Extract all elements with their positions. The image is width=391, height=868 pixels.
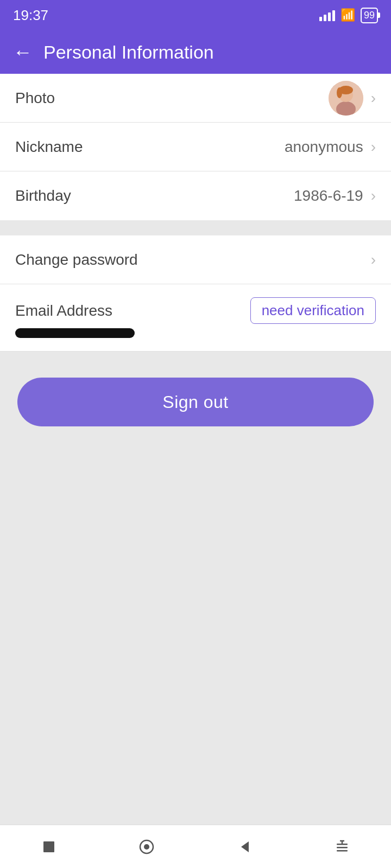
status-icons: 📶 99 <box>319 8 378 23</box>
svg-rect-5 <box>43 841 54 852</box>
change-password-row[interactable]: Change password › <box>0 235 391 284</box>
back-nav-button[interactable] <box>231 833 258 860</box>
change-password-chevron: › <box>371 251 376 269</box>
svg-rect-10 <box>337 847 348 848</box>
svg-marker-8 <box>241 841 249 852</box>
signout-container: Sign out <box>0 352 391 448</box>
avatar <box>329 81 363 116</box>
change-password-right: › <box>371 251 376 269</box>
profile-section: Photo › Nick <box>0 74 391 220</box>
nav-bar: ← Personal Information <box>0 30 391 74</box>
photo-row[interactable]: Photo › <box>0 74 391 123</box>
birthday-value: 1986-6-19 <box>294 187 363 205</box>
photo-right: › <box>329 81 376 116</box>
verification-badge[interactable]: need verification <box>250 297 376 324</box>
menu-button[interactable] <box>329 833 356 860</box>
email-label: Email Address <box>15 302 112 320</box>
signal-icon <box>319 9 335 21</box>
sign-out-button[interactable]: Sign out <box>17 378 374 426</box>
content-area: Photo › Nick <box>0 74 391 817</box>
birthday-label: Birthday <box>15 187 71 205</box>
stop-button[interactable] <box>35 833 62 860</box>
nickname-chevron: › <box>371 138 376 156</box>
battery-icon: 99 <box>361 8 378 23</box>
birthday-chevron: › <box>371 187 376 205</box>
home-icon <box>138 839 155 855</box>
status-time: 19:37 <box>13 7 48 24</box>
photo-label: Photo <box>15 90 55 107</box>
security-section: Change password › Email Address need ver… <box>0 235 391 352</box>
section-divider-1 <box>0 220 391 235</box>
back-button[interactable]: ← <box>13 41 33 63</box>
email-address-redacted <box>15 328 135 338</box>
email-top-row: Email Address need verification <box>15 297 376 324</box>
birthday-row[interactable]: Birthday 1986-6-19 › <box>0 171 391 220</box>
svg-rect-11 <box>337 850 348 852</box>
status-bar: 19:37 📶 99 <box>0 0 391 30</box>
empty-space <box>0 448 391 817</box>
nickname-value: anonymous <box>285 138 363 156</box>
back-nav-icon <box>237 839 252 854</box>
page-title: Personal Information <box>43 42 214 63</box>
svg-point-4 <box>337 87 342 98</box>
wifi-icon: 📶 <box>340 8 355 22</box>
nickname-right: anonymous › <box>285 138 376 156</box>
svg-rect-9 <box>337 844 348 845</box>
avatar-svg <box>329 81 363 116</box>
home-button[interactable] <box>133 833 160 860</box>
svg-point-7 <box>144 844 149 850</box>
nickname-label: Nickname <box>15 138 83 156</box>
stop-icon <box>41 839 56 854</box>
nickname-row[interactable]: Nickname anonymous › <box>0 123 391 171</box>
change-password-label: Change password <box>15 251 138 269</box>
birthday-right: 1986-6-19 › <box>294 187 376 205</box>
email-row[interactable]: Email Address need verification <box>0 284 391 352</box>
photo-chevron: › <box>371 90 376 107</box>
bottom-nav <box>0 825 391 868</box>
menu-icon <box>335 839 350 854</box>
